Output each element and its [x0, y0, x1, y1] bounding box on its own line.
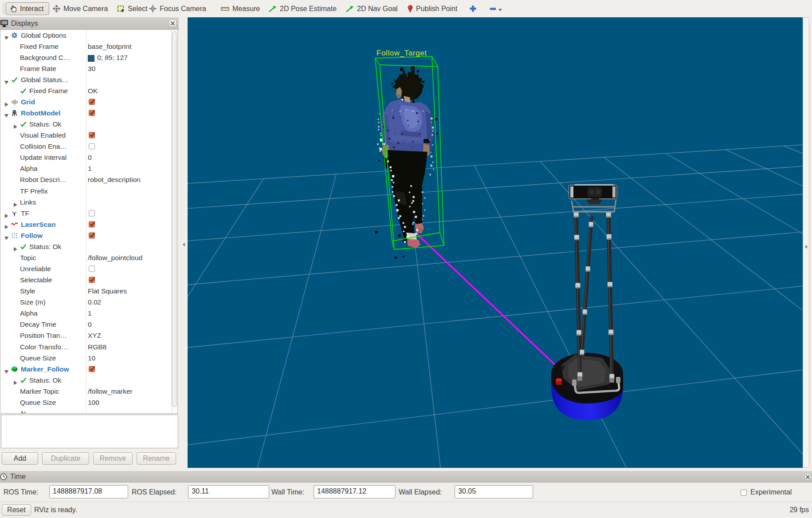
svg-text:Follow_Target: Follow_Target [377, 49, 427, 57]
